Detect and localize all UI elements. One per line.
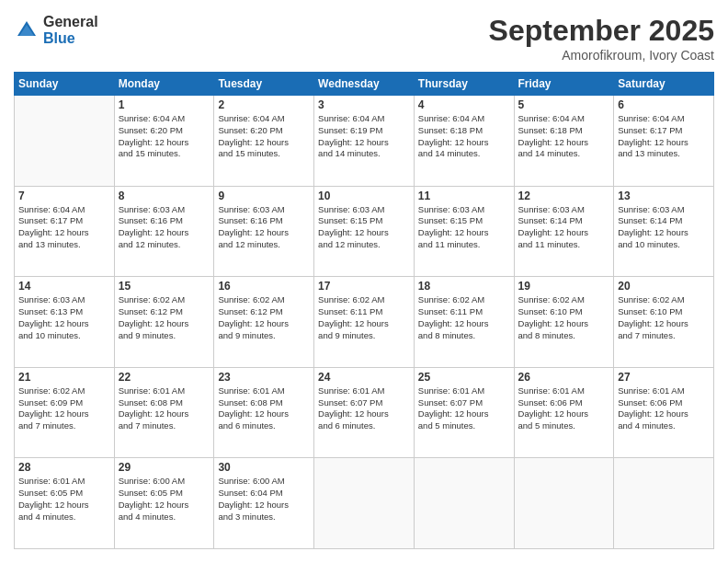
day-number: 28 bbox=[18, 461, 110, 474]
logo-general: General bbox=[43, 14, 98, 30]
day-of-week-header: Tuesday bbox=[214, 73, 314, 96]
day-number: 20 bbox=[618, 280, 710, 293]
calendar-cell: 5Sunrise: 6:04 AMSunset: 6:18 PMDaylight… bbox=[514, 96, 614, 187]
day-number: 1 bbox=[119, 98, 210, 111]
calendar-cell: 27Sunrise: 6:01 AMSunset: 6:06 PMDayligh… bbox=[614, 367, 714, 458]
calendar-cell bbox=[414, 458, 514, 549]
day-info: Sunrise: 6:02 AMSunset: 6:09 PMDaylight:… bbox=[18, 385, 110, 432]
calendar-cell: 24Sunrise: 6:01 AMSunset: 6:07 PMDayligh… bbox=[314, 367, 415, 458]
day-info: Sunrise: 6:03 AMSunset: 6:15 PMDaylight:… bbox=[318, 204, 410, 251]
day-number: 6 bbox=[618, 98, 710, 111]
day-number: 10 bbox=[318, 190, 410, 202]
calendar-cell: 18Sunrise: 6:02 AMSunset: 6:11 PMDayligh… bbox=[414, 277, 514, 368]
day-info: Sunrise: 6:02 AMSunset: 6:10 PMDaylight:… bbox=[518, 294, 610, 341]
day-info: Sunrise: 6:00 AMSunset: 6:04 PMDaylight:… bbox=[218, 476, 310, 523]
day-info: Sunrise: 6:01 AMSunset: 6:05 PMDaylight:… bbox=[18, 476, 110, 523]
calendar-cell: 29Sunrise: 6:00 AMSunset: 6:05 PMDayligh… bbox=[114, 458, 214, 549]
calendar-cell: 13Sunrise: 6:03 AMSunset: 6:14 PMDayligh… bbox=[614, 186, 714, 277]
day-of-week-header: Sunday bbox=[15, 73, 115, 96]
day-info: Sunrise: 6:02 AMSunset: 6:10 PMDaylight:… bbox=[618, 294, 710, 341]
calendar-week-row: 7Sunrise: 6:04 AMSunset: 6:17 PMDaylight… bbox=[15, 186, 714, 277]
day-info: Sunrise: 6:01 AMSunset: 6:08 PMDaylight:… bbox=[218, 385, 310, 432]
day-number: 17 bbox=[318, 280, 410, 293]
day-info: Sunrise: 6:00 AMSunset: 6:05 PMDaylight:… bbox=[119, 476, 210, 523]
day-info: Sunrise: 6:03 AMSunset: 6:16 PMDaylight:… bbox=[119, 204, 210, 251]
calendar-cell: 30Sunrise: 6:00 AMSunset: 6:04 PMDayligh… bbox=[214, 458, 314, 549]
day-of-week-header: Friday bbox=[514, 73, 614, 96]
day-info: Sunrise: 6:03 AMSunset: 6:16 PMDaylight:… bbox=[218, 204, 310, 251]
day-info: Sunrise: 6:03 AMSunset: 6:14 PMDaylight:… bbox=[518, 204, 610, 251]
day-info: Sunrise: 6:03 AMSunset: 6:14 PMDaylight:… bbox=[618, 204, 710, 251]
day-number: 8 bbox=[119, 190, 210, 202]
calendar-cell: 17Sunrise: 6:02 AMSunset: 6:11 PMDayligh… bbox=[314, 277, 415, 368]
day-number: 23 bbox=[218, 371, 310, 384]
day-number: 4 bbox=[418, 98, 510, 111]
day-number: 18 bbox=[418, 280, 510, 293]
calendar-cell: 10Sunrise: 6:03 AMSunset: 6:15 PMDayligh… bbox=[314, 186, 415, 277]
day-number: 19 bbox=[518, 280, 610, 293]
day-info: Sunrise: 6:02 AMSunset: 6:11 PMDaylight:… bbox=[418, 294, 510, 341]
day-number: 2 bbox=[218, 98, 310, 111]
day-number: 16 bbox=[218, 280, 310, 293]
calendar-cell: 16Sunrise: 6:02 AMSunset: 6:12 PMDayligh… bbox=[214, 277, 314, 368]
day-number: 7 bbox=[18, 190, 110, 202]
day-number: 26 bbox=[518, 371, 610, 384]
day-number: 14 bbox=[18, 280, 110, 293]
calendar-cell: 2Sunrise: 6:04 AMSunset: 6:20 PMDaylight… bbox=[214, 96, 314, 187]
calendar-cell bbox=[614, 458, 714, 549]
calendar-cell: 21Sunrise: 6:02 AMSunset: 6:09 PMDayligh… bbox=[15, 367, 115, 458]
day-info: Sunrise: 6:04 AMSunset: 6:20 PMDaylight:… bbox=[218, 113, 310, 160]
day-info: Sunrise: 6:04 AMSunset: 6:17 PMDaylight:… bbox=[618, 113, 710, 160]
day-number: 15 bbox=[119, 280, 210, 293]
calendar-cell: 8Sunrise: 6:03 AMSunset: 6:16 PMDaylight… bbox=[114, 186, 214, 277]
day-number: 30 bbox=[218, 461, 310, 474]
day-info: Sunrise: 6:02 AMSunset: 6:12 PMDaylight:… bbox=[119, 294, 210, 341]
day-of-week-header: Thursday bbox=[414, 73, 514, 96]
day-info: Sunrise: 6:02 AMSunset: 6:11 PMDaylight:… bbox=[318, 294, 410, 341]
calendar-cell: 23Sunrise: 6:01 AMSunset: 6:08 PMDayligh… bbox=[214, 367, 314, 458]
day-number: 21 bbox=[18, 371, 110, 384]
day-number: 13 bbox=[618, 190, 710, 202]
day-info: Sunrise: 6:01 AMSunset: 6:07 PMDaylight:… bbox=[318, 385, 410, 432]
day-number: 27 bbox=[618, 371, 710, 384]
calendar-week-row: 28Sunrise: 6:01 AMSunset: 6:05 PMDayligh… bbox=[15, 458, 714, 549]
calendar-cell: 7Sunrise: 6:04 AMSunset: 6:17 PMDaylight… bbox=[15, 186, 115, 277]
page: General Blue September 2025 Amorofikroum… bbox=[0, 0, 728, 563]
calendar-week-row: 1Sunrise: 6:04 AMSunset: 6:20 PMDaylight… bbox=[15, 96, 714, 187]
day-number: 5 bbox=[518, 98, 610, 111]
calendar-cell: 4Sunrise: 6:04 AMSunset: 6:18 PMDaylight… bbox=[414, 96, 514, 187]
calendar-cell: 28Sunrise: 6:01 AMSunset: 6:05 PMDayligh… bbox=[15, 458, 115, 549]
calendar-cell: 20Sunrise: 6:02 AMSunset: 6:10 PMDayligh… bbox=[614, 277, 714, 368]
calendar-header-row: SundayMondayTuesdayWednesdayThursdayFrid… bbox=[15, 73, 714, 96]
calendar-cell: 14Sunrise: 6:03 AMSunset: 6:13 PMDayligh… bbox=[15, 277, 115, 368]
calendar-cell: 12Sunrise: 6:03 AMSunset: 6:14 PMDayligh… bbox=[514, 186, 614, 277]
day-number: 12 bbox=[518, 190, 610, 202]
day-info: Sunrise: 6:04 AMSunset: 6:17 PMDaylight:… bbox=[18, 204, 110, 251]
day-info: Sunrise: 6:04 AMSunset: 6:18 PMDaylight:… bbox=[418, 113, 510, 160]
day-info: Sunrise: 6:02 AMSunset: 6:12 PMDaylight:… bbox=[218, 294, 310, 341]
day-info: Sunrise: 6:01 AMSunset: 6:08 PMDaylight:… bbox=[119, 385, 210, 432]
calendar-week-row: 21Sunrise: 6:02 AMSunset: 6:09 PMDayligh… bbox=[15, 367, 714, 458]
logo-text: General Blue bbox=[43, 14, 98, 46]
day-info: Sunrise: 6:01 AMSunset: 6:07 PMDaylight:… bbox=[418, 385, 510, 432]
day-number: 25 bbox=[418, 371, 510, 384]
calendar-cell: 1Sunrise: 6:04 AMSunset: 6:20 PMDaylight… bbox=[114, 96, 214, 187]
logo-blue: Blue bbox=[43, 30, 98, 47]
day-of-week-header: Monday bbox=[114, 73, 214, 96]
header: General Blue September 2025 Amorofikroum… bbox=[14, 14, 714, 63]
logo-icon bbox=[14, 17, 40, 43]
calendar-cell bbox=[15, 96, 115, 187]
day-info: Sunrise: 6:03 AMSunset: 6:15 PMDaylight:… bbox=[418, 204, 510, 251]
day-number: 3 bbox=[318, 98, 410, 111]
calendar-cell: 19Sunrise: 6:02 AMSunset: 6:10 PMDayligh… bbox=[514, 277, 614, 368]
calendar: SundayMondayTuesdayWednesdayThursdayFrid… bbox=[14, 72, 714, 549]
day-info: Sunrise: 6:01 AMSunset: 6:06 PMDaylight:… bbox=[618, 385, 710, 432]
day-of-week-header: Saturday bbox=[614, 73, 714, 96]
calendar-cell bbox=[514, 458, 614, 549]
day-number: 22 bbox=[119, 371, 210, 384]
title-block: September 2025 Amorofikroum, Ivory Coast bbox=[489, 14, 714, 63]
calendar-cell: 6Sunrise: 6:04 AMSunset: 6:17 PMDaylight… bbox=[614, 96, 714, 187]
calendar-cell: 22Sunrise: 6:01 AMSunset: 6:08 PMDayligh… bbox=[114, 367, 214, 458]
day-of-week-header: Wednesday bbox=[314, 73, 415, 96]
day-number: 29 bbox=[119, 461, 210, 474]
